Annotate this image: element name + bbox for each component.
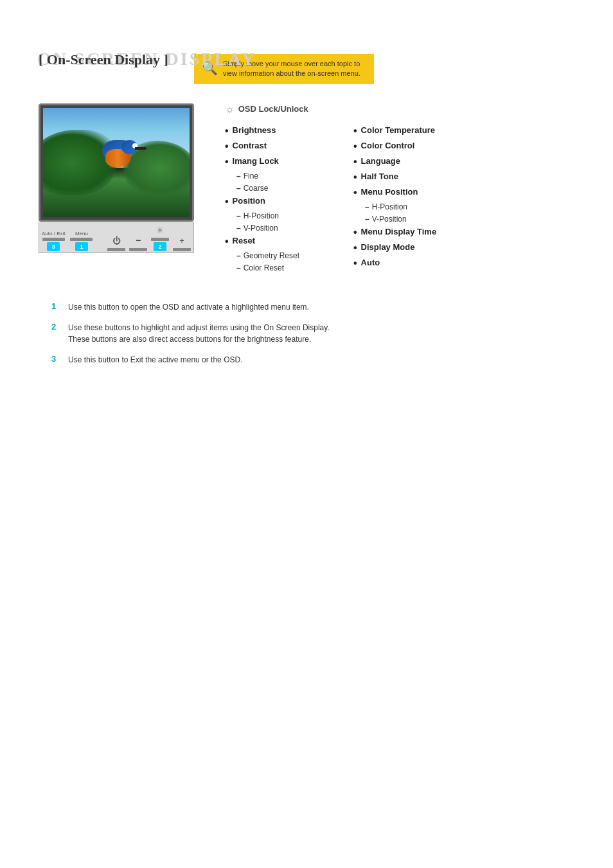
sub-label-coarse: Coarse — [244, 184, 269, 193]
menu-label-auto: Auto — [361, 258, 380, 267]
sub-item-color-reset: – Color Reset — [236, 263, 315, 272]
menu-col-left: • Brightness • Contrast • Imang — [225, 125, 315, 276]
dash-menu-vpos: – — [365, 215, 369, 224]
list-item-language: • Language — [353, 156, 443, 167]
plus-icon: + — [179, 236, 184, 245]
sub-item-menu-hpos: – H-Position — [365, 202, 443, 211]
list-item-imang-lock: • Imang Lock – Fine – Coarse — [225, 156, 315, 193]
menu-group: Menu 1 — [70, 231, 93, 251]
menu-label-position: Position — [233, 196, 265, 206]
dash-hpos: – — [236, 211, 241, 220]
menu-label-reset: Reset — [233, 236, 255, 245]
instr-num-2: 2 — [51, 322, 60, 332]
badge-3: 3 — [47, 242, 60, 251]
menu-label-menu-disp: Menu Display Time — [361, 227, 437, 236]
list-item-contrast: • Contrast — [225, 141, 315, 152]
dash-vpos: – — [236, 224, 241, 233]
sub-label-vpos: V-Position — [244, 224, 278, 233]
plus-group: + — [173, 236, 191, 251]
menu-bar — [70, 238, 93, 241]
sub-item-geom-reset: – Geometry Reset — [236, 251, 315, 260]
osd-lock-text: OSD Lock/Unlock — [238, 104, 308, 114]
plus-bar — [173, 248, 191, 251]
dash-geom: – — [236, 251, 241, 260]
list-item-menu-position: • Menu Position – H-Position – V-Positio… — [353, 187, 443, 224]
dash-fine: – — [236, 172, 241, 181]
bird-beak — [135, 147, 147, 150]
bullet-menu-pos: • — [353, 188, 357, 198]
list-item-color-ctrl: • Color Control — [353, 141, 443, 152]
sub-item-vpos: – V-Position — [236, 224, 315, 233]
dash-coarse: – — [236, 184, 241, 193]
kingfisher-bird — [99, 135, 150, 180]
list-item-auto: • Auto — [353, 258, 443, 269]
instr-text-2: Use these buttons to highlight and adjus… — [68, 322, 338, 345]
sub-item-coarse: – Coarse — [236, 184, 315, 193]
menu-label-half-tone: Half Tone — [361, 172, 398, 181]
bullet-reset: • — [225, 236, 229, 247]
menu-label-color-ctrl: Color Control — [361, 141, 415, 150]
bullet-half-tone: • — [353, 172, 357, 182]
sub-label-hpos: H-Position — [244, 211, 279, 220]
bullet-language: • — [353, 157, 357, 167]
sub-label-fine: Fine — [244, 172, 258, 181]
auto-exit-bar — [42, 238, 65, 241]
bullet-auto: • — [353, 258, 357, 269]
minus-icon: − — [136, 235, 141, 245]
menu-columns: • Brightness • Contrast • Imang — [225, 125, 574, 276]
list-item-reset: • Reset – Geometry Reset – Color Reset — [225, 236, 315, 272]
list-item-position: • Position – H-Position – V-Position — [225, 196, 315, 233]
instruction-1: 1 Use this button to open the OSD and ac… — [51, 301, 574, 313]
auto-exit-group: Auto / Exit 3 — [42, 231, 65, 251]
monitor-section: Auto / Exit 3 Menu 1 ⏻ — [39, 103, 199, 253]
bullet-imang: • — [225, 157, 229, 167]
title-section: On Screen Display [ On-Screen Display ] … — [39, 51, 574, 84]
sub-label-color: Color Reset — [244, 263, 284, 272]
dash-color: – — [236, 263, 241, 272]
menu-label-menu-pos: Menu Position — [361, 187, 418, 197]
brightness-group: ☀ 2 — [151, 226, 169, 251]
badge-2: 2 — [154, 242, 166, 251]
dash-menu-hpos: – — [365, 202, 369, 211]
minus-bar — [129, 248, 147, 251]
menu-label-color-temp: Color Temperature — [361, 125, 435, 135]
power-group: ⏻ — [107, 236, 125, 251]
bullet-display-mode: • — [353, 243, 357, 253]
sub-item-fine: – Fine — [236, 172, 315, 181]
badge-2-group: 2 — [154, 242, 166, 251]
osd-lock-icon: ☼ — [225, 103, 235, 115]
main-content: Auto / Exit 3 Menu 1 ⏻ — [39, 103, 574, 276]
list-item-brightness: • Brightness — [225, 125, 315, 136]
brightness-bar — [151, 238, 169, 241]
page-container: On Screen Display [ On-Screen Display ] … — [0, 0, 613, 413]
menu-label-imang: Imang Lock — [233, 156, 279, 166]
title-text: [ On-Screen Display ] — [39, 51, 168, 68]
power-bar — [107, 248, 125, 251]
menu-col-right: • Color Temperature • Color Control • — [353, 125, 443, 276]
bullet-color-ctrl: • — [353, 141, 357, 152]
bullet-brightness: • — [225, 126, 229, 136]
bullet-contrast: • — [225, 141, 229, 152]
list-item-half-tone: • Half Tone — [353, 172, 443, 182]
monitor-frame — [39, 103, 194, 222]
badge-1: 1 — [75, 242, 88, 251]
controls-strip: Auto / Exit 3 Menu 1 ⏻ — [39, 222, 194, 253]
instr-num-1: 1 — [51, 301, 60, 311]
brightness-icon: ☀ — [156, 226, 164, 235]
osd-panel: ☼ OSD Lock/Unlock • Brightness • — [225, 103, 574, 276]
instr-text-3: Use this button to Exit the active menu … — [68, 354, 242, 366]
menu-label-contrast: Contrast — [233, 141, 267, 150]
auto-exit-label: Auto / Exit — [42, 231, 65, 236]
instr-num-3: 3 — [51, 354, 60, 364]
sub-label-geom: Geometry Reset — [244, 251, 299, 260]
list-item-menu-display-time: • Menu Display Time — [353, 227, 443, 238]
instruction-3: 3 Use this button to Exit the active men… — [51, 354, 574, 366]
menu-label-language: Language — [361, 156, 400, 166]
sub-label-menu-vpos: V-Position — [372, 215, 407, 224]
list-item-color-temp: • Color Temperature — [353, 125, 443, 136]
sub-label-menu-hpos: H-Position — [372, 202, 407, 211]
monitor-scene — [43, 108, 190, 217]
sub-item-hpos: – H-Position — [236, 211, 315, 220]
minus-group: − — [129, 235, 147, 251]
instructions-section: 1 Use this button to open the OSD and ac… — [39, 301, 574, 366]
